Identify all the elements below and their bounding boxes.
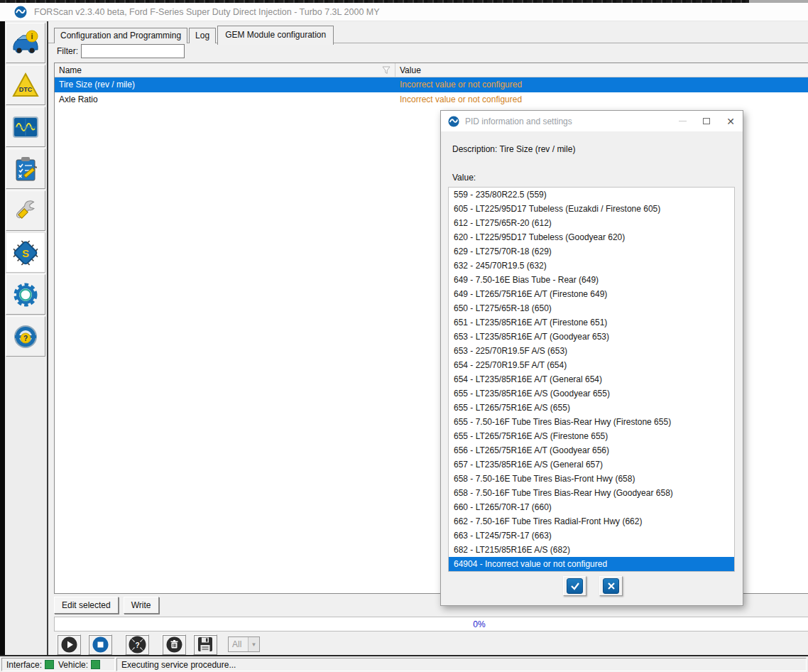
- svg-text:?: ?: [135, 641, 139, 649]
- pid-option[interactable]: 663 - LT245/75R-17 (663): [449, 529, 734, 543]
- car-info-icon: i: [11, 29, 40, 58]
- progress-bar: 0%: [54, 617, 808, 632]
- pid-option[interactable]: 655 - LT265/75R16E A/S (655): [449, 401, 734, 415]
- stop-icon: [92, 636, 109, 653]
- clear-button[interactable]: [162, 634, 186, 655]
- tab-bar: Configuration and ProgrammingLogGEM Modu…: [54, 26, 335, 43]
- column-header-name[interactable]: Name: [55, 63, 395, 77]
- pid-option[interactable]: 654 - LT235/85R16E A/T (General 654): [449, 372, 734, 386]
- svg-text:S: S: [22, 247, 29, 259]
- dropdown-value: All: [229, 639, 248, 649]
- title-bar: FORScan v2.3.40 beta, Ford F-Series Supe…: [0, 3, 808, 21]
- ok-button[interactable]: [563, 576, 586, 596]
- connection-status-panel: Interface: Vehicle:: [1, 658, 115, 671]
- interface-label: Interface:: [6, 660, 42, 670]
- vehicle-status-indicator: [91, 660, 100, 669]
- column-header-value[interactable]: Value: [395, 63, 808, 77]
- dialog-title: PID information and settings: [465, 116, 670, 126]
- pid-option[interactable]: 649 - 7.50-16E Bias Tube - Rear (649): [449, 273, 734, 287]
- bottom-toolbar: ?: [57, 634, 260, 655]
- table-row[interactable]: Axle RatioIncorrect value or not configu…: [55, 92, 808, 107]
- module-filter-dropdown[interactable]: All ▼: [228, 636, 260, 652]
- pid-option[interactable]: 629 - LT275/70R-18 (629): [449, 244, 734, 259]
- pid-option[interactable]: 657 - LT235/85R16E A/S (General 657): [449, 457, 734, 472]
- table-header: Name Value: [55, 63, 808, 77]
- pid-option[interactable]: 658 - 7.50-16F Tube Tires Bias-Rear Hwy …: [449, 486, 734, 500]
- oscilloscope-icon: [11, 114, 40, 141]
- play-button[interactable]: [57, 634, 81, 655]
- forscan-window: FORScan v2.3.40 beta, Ford F-Series Supe…: [0, 0, 808, 672]
- check-icon: [570, 582, 580, 590]
- pid-option[interactable]: 620 - LT225/95D17 Tubeless (Goodyear 620…: [449, 230, 734, 244]
- wrench-icon: [11, 197, 40, 224]
- stop-button[interactable]: [88, 634, 112, 655]
- status-message: Executing service procedure...: [116, 658, 807, 671]
- filter-input[interactable]: [81, 44, 185, 58]
- pid-option[interactable]: 650 - LT275/65R-18 (650): [449, 301, 734, 315]
- sidebar-item-service[interactable]: [6, 190, 45, 231]
- svg-text:DTC: DTC: [19, 86, 33, 93]
- progress-percent: 0%: [473, 619, 485, 629]
- tab-configuration-and-programming[interactable]: Configuration and Programming: [54, 28, 187, 43]
- module-configuration-chip-icon: S: [11, 239, 40, 267]
- pid-option[interactable]: 612 - LT275/65R-20 (612): [449, 216, 734, 230]
- sidebar-item-configuration[interactable]: S: [6, 232, 45, 273]
- pid-option[interactable]: 662 - 7.50-16F Tube Tires Radial-Front H…: [449, 514, 734, 529]
- pid-option[interactable]: 655 - LT265/75R16E A/S (Firestone 655): [449, 429, 734, 443]
- trash-icon: [166, 636, 182, 653]
- pid-option[interactable]: 682 - LT215/85R16E A/S (682): [449, 543, 734, 557]
- pid-option[interactable]: 559 - 235/80R22.5 (559): [449, 188, 734, 202]
- pid-option[interactable]: 632 - 245/70R19.5 (632): [449, 259, 734, 273]
- minimize-button[interactable]: [670, 112, 694, 131]
- steering-wheel-question-icon: ?: [11, 323, 40, 350]
- chevron-down-icon[interactable]: ▼: [248, 637, 259, 651]
- forscan-logo-icon: [14, 6, 27, 18]
- row-name: Axle Ratio: [55, 92, 395, 107]
- test-clipboard-icon: [11, 156, 40, 183]
- cancel-button[interactable]: [599, 576, 623, 596]
- sidebar-item-settings[interactable]: [6, 274, 45, 315]
- write-button[interactable]: Write: [124, 597, 159, 614]
- maximize-button[interactable]: [694, 112, 719, 131]
- vehicle-label: Vehicle:: [58, 660, 88, 670]
- pid-option[interactable]: 660 - LT265/70R-17 (660): [449, 500, 734, 514]
- table-row[interactable]: Tire Size (rev / mile)Incorrect value or…: [55, 77, 808, 92]
- pid-dialog: PID information and settings ✕ Descripti…: [440, 110, 743, 606]
- interface-status-indicator: [45, 660, 54, 669]
- pid-option[interactable]: 654 - 225/70R19.5F A/T (654): [449, 358, 734, 372]
- sidebar-item-dtc[interactable]: DTC: [6, 65, 45, 105]
- sidebar-item-vehicle-info[interactable]: i: [6, 23, 45, 63]
- pid-option[interactable]: 656 - LT265/75R16E A/T (Goodyear 656): [449, 443, 734, 457]
- value-label: Value:: [452, 173, 476, 183]
- row-name: Tire Size (rev / mile): [55, 77, 395, 92]
- svg-text:?: ?: [23, 335, 28, 342]
- dtc-icon: DTC: [11, 72, 40, 99]
- filter-label: Filter:: [57, 46, 78, 56]
- pid-option[interactable]: 64904 - Incorrect value or not configure…: [449, 557, 734, 571]
- pid-option[interactable]: 651 - LT235/85R16E A/T (Firestone 651): [449, 315, 734, 330]
- sidebar-item-help[interactable]: ?: [6, 316, 45, 357]
- pid-option[interactable]: 605 - LT225/95D17 Tubeless (Euzakdi / Fi…: [449, 202, 734, 216]
- save-button[interactable]: [193, 634, 217, 655]
- close-button[interactable]: ✕: [719, 112, 743, 131]
- pid-value-list: 559 - 235/80R22.5 (559)605 - LT225/95D17…: [448, 187, 735, 572]
- row-value: Incorrect value or not configured: [395, 92, 808, 107]
- pid-option[interactable]: 649 - LT265/75R16E A/T (Firestone 649): [449, 287, 734, 301]
- pid-option[interactable]: 658 - 7.50-16E Tube Tires Bias-Front Hwy…: [449, 472, 734, 486]
- pid-option[interactable]: 655 - LT235/85R16E A/S (Goodyear 655): [449, 386, 734, 401]
- config-table-rows: Tire Size (rev / mile)Incorrect value or…: [55, 77, 808, 107]
- status-bar: Interface: Vehicle: Executing service pr…: [0, 655, 808, 672]
- sidebar-item-tests[interactable]: [6, 148, 45, 189]
- gear-icon: [11, 281, 40, 308]
- pid-option[interactable]: 653 - LT235/85R16E A/T (Goodyear 653): [449, 330, 734, 344]
- service-functions-button[interactable]: ?: [125, 634, 149, 655]
- sort-filter-icon[interactable]: [382, 66, 391, 75]
- pid-option[interactable]: 655 - 7.50-16F Tube Tires Bias-Rear Hwy …: [449, 415, 734, 429]
- pid-description: Description: Tire Size (rev / mile): [452, 144, 575, 154]
- play-icon: [61, 636, 77, 653]
- pid-option[interactable]: 653 - 225/70R19.5F A/S (653): [449, 344, 734, 358]
- tab-log[interactable]: Log: [189, 28, 216, 43]
- sidebar-item-oscilloscope[interactable]: [6, 107, 45, 147]
- edit-selected-button[interactable]: Edit selected: [54, 597, 119, 614]
- tab-gem-module-configuration[interactable]: GEM Module configuration: [217, 26, 334, 45]
